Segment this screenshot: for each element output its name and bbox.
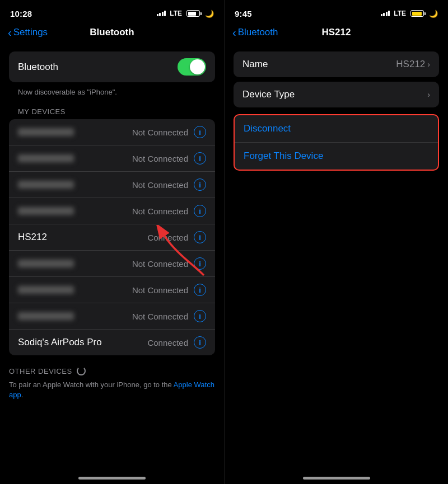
signal-bar-4 — [388, 11, 390, 16]
left-battery-body — [186, 10, 200, 17]
right-lte: LTE — [394, 10, 406, 17]
device-status: Not Connected — [132, 312, 188, 321]
forget-label: Forget This Device — [244, 151, 323, 161]
table-row[interactable]: Not Connected i — [9, 119, 215, 145]
blurred-device-name — [18, 181, 74, 189]
name-value: HS212 › — [396, 59, 430, 70]
right-nav-title: HS212 — [322, 27, 351, 38]
airpods-device-name: Sodiq's AirPods Pro — [18, 337, 102, 348]
left-moon-icon: 🌙 — [205, 10, 214, 18]
left-back-label: Settings — [13, 27, 48, 38]
right-battery-body — [410, 10, 424, 17]
right-home-bar — [303, 477, 370, 480]
blurred-device-name — [18, 260, 74, 267]
signal-bar-2 — [383, 13, 385, 16]
blurred-device-name — [18, 312, 74, 320]
forget-device-button[interactable]: Forget This Device — [235, 143, 438, 170]
left-time: 10:28 — [10, 9, 32, 18]
device-list: Not Connected i Not Connected i Not Conn… — [9, 119, 215, 355]
right-battery-fill — [412, 12, 422, 16]
device-type-row[interactable]: Device Type › — [234, 82, 439, 107]
right-status-bar: 9:45 LTE 🌙 — [225, 0, 448, 25]
other-desc-suffix: . — [21, 391, 24, 399]
left-battery — [186, 10, 202, 17]
hs212-status: Connected — [147, 233, 188, 242]
left-phone-screen: 10:28 LTE 🌙 ‹ Settings Bluetooth — [0, 0, 224, 484]
action-section: Disconnect Forget This Device — [234, 114, 439, 171]
device-type-label: Device Type — [242, 89, 295, 100]
disconnect-button[interactable]: Disconnect — [235, 115, 438, 143]
right-back-button[interactable]: ‹ Bluetooth — [232, 26, 278, 39]
name-row: Name HS212 › — [234, 51, 439, 77]
signal-bar-4 — [164, 11, 166, 16]
left-back-button[interactable]: ‹ Settings — [8, 26, 48, 39]
blurred-device-name — [18, 128, 74, 136]
right-phone-screen: 9:45 LTE 🌙 ‹ Bluetooth HS212 — [224, 0, 448, 484]
table-row[interactable]: Not Connected i — [9, 145, 215, 172]
right-back-chevron-icon: ‹ — [232, 26, 236, 39]
device-status: Not Connected — [132, 128, 188, 137]
other-devices-label: Other Devices — [9, 367, 72, 375]
device-type-value: › — [427, 90, 430, 99]
left-home-bar — [78, 477, 146, 480]
blurred-device-name — [18, 286, 74, 294]
right-time: 9:45 — [235, 9, 252, 18]
table-row[interactable]: Not Connected i — [9, 251, 215, 277]
left-signal-bars — [157, 11, 166, 16]
info-icon[interactable]: i — [194, 257, 206, 270]
other-desc-text: To pair an Apple Watch with your iPhone,… — [9, 380, 215, 400]
signal-bar-3 — [162, 12, 164, 16]
left-nav-bar: ‹ Settings Bluetooth — [0, 25, 224, 43]
table-row[interactable]: Sodiq's AirPods Pro Connected i — [9, 330, 215, 355]
signal-bar-2 — [159, 13, 161, 16]
scanning-spinner-icon — [77, 366, 86, 375]
table-row[interactable]: Not Connected i — [9, 277, 215, 303]
other-devices-section: Other Devices To pair an Apple Watch wit… — [0, 355, 224, 405]
left-status-bar: 10:28 LTE 🌙 — [0, 0, 224, 25]
right-signal-bars — [381, 11, 390, 16]
right-home-indicator — [225, 465, 448, 484]
hs212-device-name: HS212 — [18, 232, 47, 243]
device-status: Not Connected — [132, 285, 188, 295]
my-devices-header: My Devices — [0, 101, 224, 119]
left-lte: LTE — [170, 10, 182, 17]
bluetooth-toggle-switch[interactable] — [178, 58, 206, 76]
left-screen-content: Bluetooth Now discoverable as "iPhone". … — [0, 43, 224, 465]
blurred-device-name — [18, 207, 74, 215]
name-section: Name HS212 › — [234, 51, 439, 77]
device-type-chevron-icon: › — [427, 90, 430, 99]
signal-bar-1 — [381, 14, 382, 16]
signal-bar-3 — [386, 12, 388, 16]
info-icon[interactable]: i — [194, 284, 206, 296]
table-row[interactable]: Not Connected i — [9, 198, 215, 224]
table-row[interactable]: Not Connected i — [9, 303, 215, 330]
left-nav-title: Bluetooth — [90, 27, 134, 38]
hs212-info-icon[interactable]: i — [194, 231, 206, 243]
blurred-device-name — [18, 154, 74, 162]
info-icon[interactable]: i — [194, 205, 206, 217]
toggle-knob — [190, 59, 205, 74]
right-nav-bar: ‹ Bluetooth HS212 — [225, 25, 448, 43]
device-status: Not Connected — [132, 180, 188, 190]
bluetooth-toggle-label: Bluetooth — [18, 62, 58, 73]
airpods-info-icon[interactable]: i — [194, 336, 206, 349]
table-row[interactable]: Not Connected i — [9, 172, 215, 198]
airpods-status: Connected — [147, 338, 188, 347]
device-status: Not Connected — [132, 259, 188, 269]
bluetooth-toggle-section: Bluetooth — [9, 51, 215, 82]
device-status: Not Connected — [132, 206, 188, 216]
right-battery-tip — [424, 12, 426, 15]
table-row[interactable]: HS212 Connected i — [9, 224, 215, 251]
left-home-indicator — [0, 465, 224, 484]
other-devices-header: Other Devices — [9, 366, 215, 375]
other-desc-prefix: To pair an Apple Watch with your iPhone,… — [9, 380, 174, 389]
device-type-section: Device Type › — [234, 82, 439, 107]
info-icon[interactable]: i — [194, 126, 206, 138]
right-status-right: LTE 🌙 — [381, 10, 438, 18]
info-icon[interactable]: i — [194, 152, 206, 165]
right-screen-content: Name HS212 › Device Type › Disconnect — [225, 43, 448, 465]
signal-bar-1 — [157, 14, 158, 16]
left-battery-tip — [200, 12, 202, 15]
info-icon[interactable]: i — [194, 178, 206, 191]
info-icon[interactable]: i — [194, 310, 206, 322]
